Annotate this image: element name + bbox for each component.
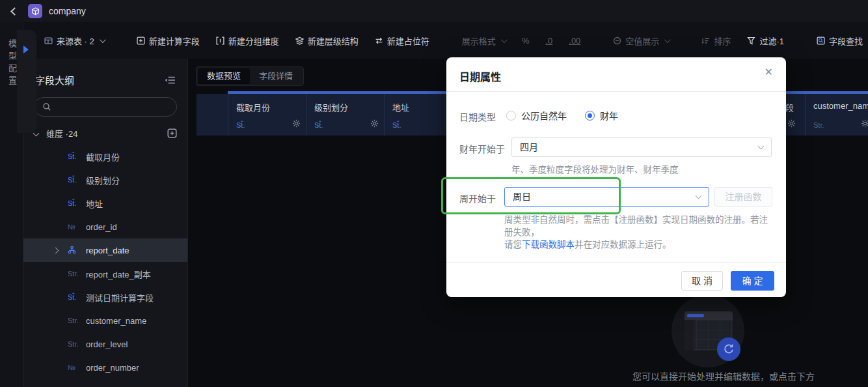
calc-string-type-icon: St̂. <box>236 121 245 129</box>
tab-field-detail[interactable]: 字段详情 <box>250 68 302 84</box>
column-header[interactable]: 截取月份 St̂. <box>228 94 306 136</box>
source-table-switcher[interactable]: 来源表 · 2 <box>44 35 104 47</box>
field-row[interactable]: Str.order_level <box>23 332 187 356</box>
calc-string-type-icon: St̂. <box>68 199 86 207</box>
dimension-group-row[interactable]: 维度 ·24 <box>34 127 177 139</box>
empty-state-hint: 您可以直接开始处理并编辑数据，或点击下方 <box>632 369 815 382</box>
sort-button[interactable]: 排序 <box>701 35 731 47</box>
expand-triangle-icon <box>23 46 29 53</box>
confirm-button[interactable]: 确 定 <box>731 271 774 291</box>
calc-string-type-icon: St̂. <box>68 176 86 184</box>
field-row[interactable]: №order_id <box>23 215 187 238</box>
field-row[interactable]: St̂.截取月份 <box>23 145 187 168</box>
string-type-icon: Str. <box>68 317 86 324</box>
string-type-icon: Str. <box>68 340 86 348</box>
field-row[interactable]: St̂.地址 <box>23 192 187 215</box>
new-group-dimension-button[interactable]: 新建分组维度 <box>216 35 279 47</box>
fiscal-start-select[interactable]: 四月 <box>511 137 772 157</box>
calc-string-type-icon: St̂. <box>68 152 86 160</box>
back-icon[interactable] <box>10 7 19 16</box>
close-icon[interactable]: ✕ <box>765 67 773 78</box>
funnel-icon <box>747 36 755 45</box>
sort-icon <box>701 36 710 45</box>
column-header[interactable]: 级别划分 St̂. <box>306 94 384 136</box>
dimension-group-label: 维度 ·24 <box>46 127 77 139</box>
row-number-column-header <box>197 94 228 136</box>
view-tabs: 数据预览 字段详情 <box>196 66 304 86</box>
calc-string-type-icon: St̂. <box>68 293 86 301</box>
field-search-box[interactable] <box>34 97 177 117</box>
number-type-icon: № <box>68 364 86 371</box>
week-start-label: 周开始于 <box>459 192 496 205</box>
new-placeholder-button[interactable]: 新建占位符 <box>375 35 429 47</box>
field-row-selected[interactable]: report_date <box>23 238 187 262</box>
radio-fiscal-year[interactable]: 财年 <box>585 109 618 122</box>
refresh-icon <box>722 343 735 356</box>
null-circle-icon <box>613 36 621 45</box>
week-helper-text: 周类型非自然周时，需点击【注册函数】实现日期函数的注册。若注册失败， 请您下载函… <box>504 214 774 251</box>
date-type-label: 日期类型 <box>459 110 496 123</box>
calc-string-type-icon: St̂. <box>314 121 323 129</box>
date-hierarchy-icon <box>68 246 86 255</box>
caret-down-icon <box>501 36 508 43</box>
download-script-link[interactable]: 下载函数脚本 <box>522 240 575 250</box>
column-settings-gear-icon[interactable] <box>370 119 379 130</box>
field-outline-panel: 字段大纲 维度 ·24 St̂.截取月份 St̂.级别划分 St̂.地址 №or… <box>23 59 188 387</box>
display-format-menu[interactable]: 展示格式 <box>462 35 506 47</box>
refresh-badge <box>717 337 740 361</box>
app-logo <box>28 4 42 18</box>
panel-title: 字段大纲 <box>35 73 74 87</box>
outline-collapse-icon[interactable] <box>165 76 176 85</box>
string-type-icon: Str. <box>68 270 86 278</box>
calc-string-type-icon: St̂. <box>392 121 401 129</box>
divider <box>446 262 786 263</box>
decimal-increase-button[interactable]: .00 <box>569 36 580 46</box>
percent-format-button[interactable]: % <box>522 36 530 46</box>
column-header-partial[interactable]: 字段 <box>786 94 805 136</box>
top-bar: company <box>0 0 868 22</box>
caret-down-icon <box>100 36 106 43</box>
caret-down-icon <box>664 36 671 43</box>
cube-icon <box>31 7 40 16</box>
new-hierarchy-button[interactable]: 新建层级结构 <box>295 35 359 47</box>
divider <box>446 91 786 92</box>
radio-circle-selected-icon[interactable] <box>585 111 595 121</box>
field-row[interactable]: Str.shipping_type <box>23 379 187 387</box>
fiscal-helper-text: 年、季度粒度字段将处理为财年、财年季度 <box>511 164 679 176</box>
register-function-button[interactable]: 注册函数 <box>714 187 772 207</box>
filter-button[interactable]: 过滤·1 <box>747 35 784 47</box>
field-row[interactable]: Str.report_date_副本 <box>23 262 187 285</box>
tab-data-preview[interactable]: 数据预览 <box>198 68 250 84</box>
field-list: St̂.截取月份 St̂.级别划分 St̂.地址 №order_id repor… <box>23 145 187 387</box>
calc-field-icon <box>137 36 145 45</box>
field-row[interactable]: №order_number <box>23 356 187 379</box>
field-row[interactable]: Str.customer_name <box>23 309 187 332</box>
week-start-select[interactable]: 周日 <box>504 187 709 207</box>
new-calc-field-button[interactable]: 新建计算字段 <box>137 35 200 47</box>
decimal-decrease-button[interactable]: .0 <box>545 36 552 46</box>
column-settings-gear-icon[interactable] <box>787 119 796 130</box>
null-display-menu[interactable]: 空值展示 <box>613 35 669 47</box>
field-search-icon <box>817 36 825 45</box>
column-header[interactable]: customer_name Str. <box>805 94 868 136</box>
date-properties-dialog: 日期属性 ✕ 日期类型 公历自然年 财年 财年开始于 四月 年、季度粒度字段将处… <box>446 57 786 297</box>
caret-down-icon <box>696 193 702 199</box>
cancel-button[interactable]: 取 消 <box>681 271 723 291</box>
toolbar: 来源表 · 2 新建计算字段 新建分组维度 新建层级结构 新建占位符 展示格式 … <box>23 22 868 59</box>
field-row[interactable]: St̂.测试日期计算字段 <box>23 285 187 309</box>
dialog-title: 日期属性 <box>459 68 501 84</box>
expand-chevron-icon[interactable] <box>53 247 59 253</box>
field-search-button[interactable]: 字段查找 <box>817 35 863 47</box>
add-field-icon[interactable] <box>167 128 177 138</box>
table-graphic-header-pill <box>687 314 704 317</box>
search-icon <box>42 102 51 111</box>
number-type-icon: № <box>68 223 86 231</box>
column-settings-gear-icon[interactable] <box>861 119 868 130</box>
radio-circle-icon[interactable] <box>506 111 516 121</box>
date-type-radio-group: 公历自然年 财年 <box>506 109 618 122</box>
field-row[interactable]: St̂.级别划分 <box>23 168 187 192</box>
sidebar-expand-handle[interactable] <box>17 30 36 133</box>
column-settings-gear-icon[interactable] <box>292 119 301 130</box>
radio-solar-year[interactable]: 公历自然年 <box>506 109 567 122</box>
app-title: company <box>49 6 86 16</box>
